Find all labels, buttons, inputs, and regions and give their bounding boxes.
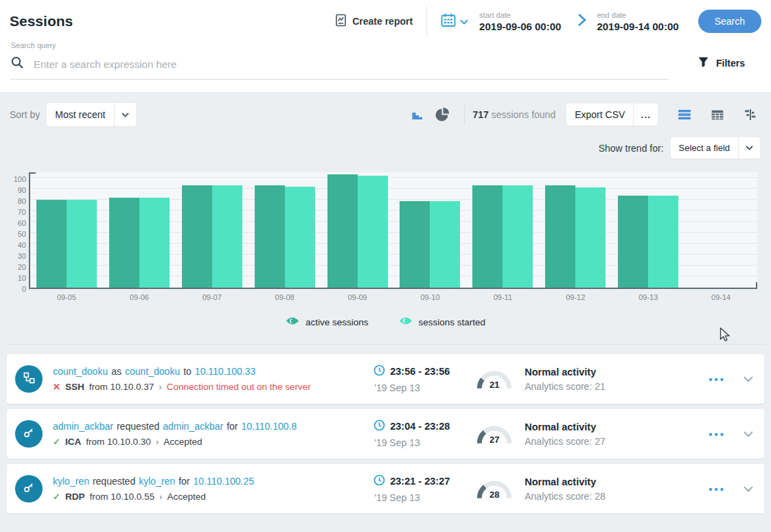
bar-sessions-started-09-05	[67, 200, 97, 288]
session-connector: requested	[93, 476, 135, 487]
chevron-down-icon	[115, 113, 136, 117]
search-query-label: Search query	[11, 41, 761, 49]
end-date-value: 2019-09-14 00:00	[597, 21, 678, 32]
bar-active-sessions-09-05	[36, 200, 67, 288]
row-more-button[interactable]: •••	[709, 428, 726, 440]
session-type-badge	[15, 420, 43, 448]
bar-active-sessions-09-10	[400, 201, 430, 288]
bar-active-sessions-09-06	[109, 198, 139, 288]
session-connector: requested	[117, 421, 159, 432]
eye-icon	[286, 316, 299, 327]
search-button[interactable]: Search	[698, 10, 761, 33]
chevron-separator: ›	[159, 382, 162, 392]
legend-item-sessions-started[interactable]: sessions started	[399, 316, 486, 327]
row-expand-chevron-icon[interactable]	[744, 483, 753, 495]
flow-view-icon[interactable]	[739, 106, 761, 123]
analytics-score-label: Analytics score: 28	[525, 491, 709, 502]
clock-icon	[373, 419, 385, 433]
session-user-link[interactable]: kylo_ren	[53, 476, 89, 487]
x-axis-label-09-10: 09-10	[394, 293, 467, 301]
session-user-link[interactable]: count_dooku	[53, 366, 108, 377]
y-axis-label-0: 0	[22, 285, 26, 293]
row-more-button[interactable]: •••	[709, 373, 726, 385]
row-expand-chevron-icon[interactable]	[744, 428, 753, 440]
activity-label: Normal activity	[525, 421, 709, 432]
bar-group-09-05	[30, 172, 103, 288]
chart-plot-area	[29, 172, 757, 289]
create-report-button[interactable]: Create report	[336, 14, 413, 29]
session-user-link[interactable]: admin_ackbar	[53, 421, 113, 432]
results-section: Sort by Most recent 717 sessions found E…	[0, 92, 771, 513]
session-source: from 10.10.0.30	[86, 437, 151, 447]
eye-icon	[399, 316, 413, 327]
page-title: Sessions	[10, 13, 73, 30]
filters-button[interactable]: Filters	[698, 52, 745, 70]
y-axis-label-90: 90	[18, 186, 26, 194]
key-icon	[23, 481, 35, 496]
export-csv-button[interactable]: Export CSV ...	[566, 104, 658, 126]
network-icon	[23, 371, 36, 387]
session-user2-link[interactable]: kylo_ren	[139, 476, 175, 487]
start-date-field[interactable]: start date 2019-09-06 00:00	[479, 11, 561, 32]
bar-group-09-14	[684, 172, 757, 288]
session-target-link[interactable]: 10.110.100.8	[242, 421, 297, 432]
sort-dropdown[interactable]: Most recent	[47, 103, 135, 126]
calendar-icon	[441, 13, 457, 30]
bar-group-09-08	[249, 172, 321, 288]
x-axis-label-09-05: 09-05	[30, 293, 103, 301]
session-row[interactable]: kylo_ren requested kylo_ren for 10.110.1…	[7, 464, 764, 513]
session-user2-link[interactable]: count_dooku	[125, 366, 180, 377]
session-list: count_dooku as count_dooku to 10.110.100…	[5, 345, 766, 513]
accepted-check-icon: ✓	[53, 437, 60, 447]
search-input[interactable]	[34, 58, 667, 70]
bar-sessions-started-09-08	[285, 187, 315, 288]
y-axis-label-80: 80	[18, 197, 26, 205]
results-count-number: 717	[473, 109, 489, 120]
search-field[interactable]	[10, 52, 669, 80]
session-verdict: Accepted	[167, 491, 205, 502]
session-target-link[interactable]: 10.110.100.25	[193, 476, 254, 487]
bar-active-sessions-09-13	[618, 196, 648, 288]
chevron-separator: ›	[159, 491, 163, 502]
list-view-icon[interactable]	[673, 107, 696, 122]
legend-item-active-sessions[interactable]: active sessions	[286, 316, 369, 327]
bar-active-sessions-09-11	[472, 185, 503, 288]
bar-active-sessions-09-09	[327, 174, 358, 288]
y-axis-label-30: 30	[18, 252, 26, 260]
x-axis-label-09-08: 09-08	[249, 293, 321, 301]
session-time-range: 23:56 - 23:56	[390, 366, 450, 377]
session-date: '19 Sep 13	[374, 437, 475, 448]
bar-group-09-06	[103, 172, 176, 288]
session-source: from 10.10.0.37	[89, 382, 154, 392]
bar-sessions-started-09-06	[139, 198, 170, 288]
bar-group-09-11	[466, 172, 539, 288]
calendar-button[interactable]	[441, 13, 468, 30]
header-divider	[426, 6, 427, 36]
session-protocol: ICA	[65, 437, 81, 447]
bar-active-sessions-09-08	[255, 185, 285, 288]
row-more-button[interactable]: •••	[709, 483, 726, 495]
x-axis-label-09-07: 09-07	[176, 293, 249, 301]
trend-field-dropdown[interactable]: Select a field	[671, 137, 760, 159]
activity-label: Normal activity	[525, 476, 709, 487]
sort-dropdown-value: Most recent	[47, 103, 113, 126]
pie-chart-view-icon[interactable]	[429, 104, 456, 125]
export-more-button[interactable]: ...	[634, 104, 658, 126]
end-date-field[interactable]: end date 2019-09-14 00:00	[597, 11, 678, 32]
activity-label: Normal activity	[525, 367, 709, 378]
bar-active-sessions-09-07	[182, 185, 212, 288]
bar-chart-view-icon[interactable]	[406, 106, 429, 123]
chart-y-axis: 0102030405060708090100	[10, 172, 29, 289]
start-date-label: start date	[479, 11, 561, 19]
bar-group-09-13	[612, 172, 684, 288]
session-date: '19 Sep 13	[374, 492, 475, 503]
analytics-score-value: 28	[475, 489, 514, 500]
session-target-link[interactable]: 10.110.100.33	[195, 366, 256, 377]
table-view-icon[interactable]	[706, 107, 729, 123]
date-range-chevron-right-icon	[576, 13, 587, 30]
session-row[interactable]: admin_ackbar requested admin_ackbar for …	[7, 409, 764, 459]
session-row[interactable]: count_dooku as count_dooku to 10.110.100…	[7, 354, 764, 404]
row-expand-chevron-icon[interactable]	[744, 373, 753, 385]
session-user2-link[interactable]: admin_ackbar	[163, 421, 223, 432]
failed-x-icon: ✕	[53, 382, 60, 392]
